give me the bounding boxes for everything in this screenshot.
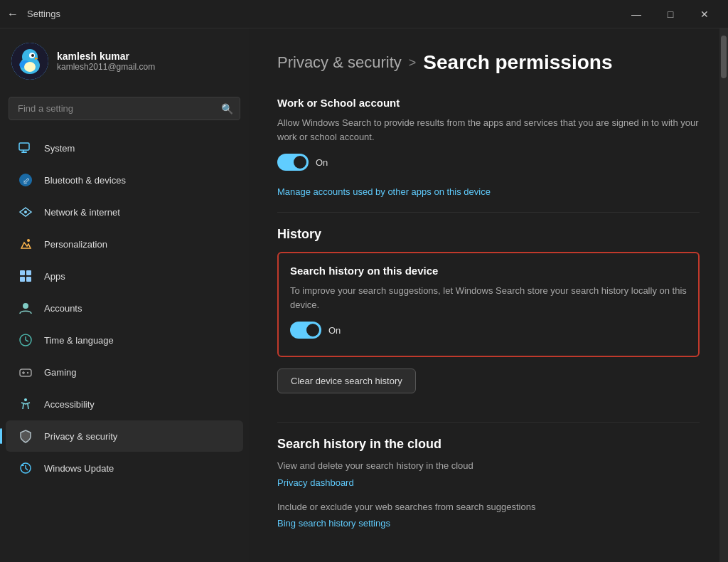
work-school-description: Allow Windows Search to provide results … <box>277 116 700 144</box>
sidebar-item-privacy[interactable]: Privacy & security <box>6 420 243 452</box>
sidebar-item-personalization[interactable]: Personalization <box>6 228 243 260</box>
sidebar: kamlesh kumar kamlesh2011@gmail.com 🔍 Sy… <box>0 28 249 562</box>
app-title: Settings <box>27 9 60 19</box>
breadcrumb-current: Search permissions <box>423 51 612 74</box>
sidebar-item-accessibility[interactable]: Accessibility <box>6 388 243 420</box>
sidebar-item-bluetooth[interactable]: ⬃ Bluetooth & devices <box>6 164 243 196</box>
sidebar-item-update[interactable]: Windows Update <box>6 452 243 484</box>
sidebar-item-system[interactable]: System <box>6 132 243 164</box>
search-history-device-title: Search history on this device <box>290 265 687 277</box>
cloud-history-title: Search history in the cloud <box>277 437 700 452</box>
search-history-toggle[interactable] <box>290 322 321 339</box>
update-icon <box>17 460 34 477</box>
svg-point-7 <box>24 62 36 72</box>
search-history-device-description: To improve your search suggestions, let … <box>290 284 687 312</box>
window-controls: — □ ✕ <box>620 3 721 26</box>
close-button[interactable]: ✕ <box>688 3 721 26</box>
time-icon <box>17 332 34 349</box>
sidebar-item-accounts[interactable]: Accounts <box>6 292 243 324</box>
sidebar-item-label-time: Time & language <box>44 335 114 346</box>
nav-list: System ⬃ Bluetooth & devices Network & i… <box>0 129 249 562</box>
privacy-icon <box>17 428 34 445</box>
profile-section: kamlesh kumar kamlesh2011@gmail.com <box>0 28 249 94</box>
accessibility-icon <box>17 396 34 413</box>
cloud-history-description: View and delete your search history in t… <box>277 459 700 473</box>
svg-rect-23 <box>20 369 31 376</box>
profile-name: kamlesh kumar <box>57 51 155 62</box>
sidebar-item-label-gaming: Gaming <box>44 367 77 378</box>
svg-point-14 <box>27 239 30 242</box>
apps-icon <box>17 267 34 285</box>
svg-text:⬃: ⬃ <box>23 176 30 186</box>
work-school-title: Work or School account <box>277 97 700 109</box>
sidebar-item-label-network: Network & internet <box>44 207 120 218</box>
sidebar-item-apps[interactable]: Apps <box>6 260 243 292</box>
search-history-toggle-row: On <box>290 322 687 339</box>
svg-rect-18 <box>26 277 31 282</box>
search-history-toggle-label: On <box>328 325 341 336</box>
scrollbar-thumb[interactable] <box>721 36 727 78</box>
minimize-button[interactable]: — <box>620 3 653 26</box>
search-input[interactable] <box>9 97 240 120</box>
svg-rect-16 <box>26 270 31 275</box>
sidebar-item-label-system: System <box>44 143 75 154</box>
svg-point-13 <box>24 211 27 213</box>
back-icon[interactable]: ← <box>7 8 18 21</box>
sidebar-item-label-accessibility: Accessibility <box>44 399 95 410</box>
sidebar-item-label-bluetooth: Bluetooth & devices <box>44 175 126 186</box>
scrollbar-track <box>719 28 728 562</box>
history-box: Search history on this device To improve… <box>277 252 700 357</box>
sidebar-item-time[interactable]: Time & language <box>6 324 243 356</box>
network-icon <box>17 203 34 221</box>
clear-device-search-history-button[interactable]: Clear device search history <box>277 369 416 393</box>
accounts-icon <box>17 299 34 317</box>
bing-search-history-link[interactable]: Bing search history settings <box>277 518 390 529</box>
divider-1 <box>277 212 700 213</box>
sidebar-item-label-personalization: Personalization <box>44 239 107 250</box>
privacy-dashboard-link[interactable]: Privacy dashboard <box>277 477 354 488</box>
sidebar-item-label-apps: Apps <box>44 271 65 282</box>
sidebar-item-label-accounts: Accounts <box>44 303 82 314</box>
personalization-icon <box>17 235 34 253</box>
profile-info: kamlesh kumar kamlesh2011@gmail.com <box>57 51 155 72</box>
history-section-title: History <box>277 227 700 242</box>
system-icon <box>17 139 34 157</box>
include-web-searches-description: Include or exclude your web searches fro… <box>277 500 700 514</box>
sidebar-item-label-update: Windows Update <box>44 463 114 474</box>
avatar <box>11 43 48 80</box>
svg-rect-8 <box>19 143 29 150</box>
title-bar-left: ← Settings <box>7 8 60 21</box>
search-icon: 🔍 <box>221 103 233 115</box>
breadcrumb-separator: > <box>409 55 417 70</box>
breadcrumb-parent: Privacy & security <box>277 53 402 72</box>
app-container: kamlesh kumar kamlesh2011@gmail.com 🔍 Sy… <box>0 28 728 562</box>
svg-rect-9 <box>21 152 27 153</box>
svg-point-19 <box>23 303 28 309</box>
sidebar-item-label-privacy: Privacy & security <box>44 431 117 442</box>
work-school-toggle-row: On <box>277 154 700 171</box>
svg-point-4 <box>31 54 34 57</box>
search-box: 🔍 <box>9 97 240 120</box>
work-school-toggle-label: On <box>316 157 328 168</box>
bluetooth-icon: ⬃ <box>17 171 34 189</box>
manage-accounts-link[interactable]: Manage accounts used by other apps on th… <box>277 186 491 197</box>
title-bar: ← Settings — □ ✕ <box>0 0 728 28</box>
sidebar-item-gaming[interactable]: Gaming <box>6 356 243 388</box>
sidebar-item-network[interactable]: Network & internet <box>6 196 243 228</box>
gaming-icon <box>17 364 34 381</box>
svg-rect-15 <box>20 270 25 275</box>
svg-point-26 <box>27 372 28 373</box>
main-content: Privacy & security > Search permissions … <box>249 28 728 562</box>
svg-line-22 <box>26 340 28 341</box>
svg-point-27 <box>24 398 27 401</box>
work-school-section: Work or School account Allow Windows Sea… <box>277 97 700 171</box>
maximize-button[interactable]: □ <box>654 3 687 26</box>
breadcrumb: Privacy & security > Search permissions <box>277 51 700 74</box>
divider-2 <box>277 422 700 423</box>
work-school-toggle[interactable] <box>277 154 309 171</box>
svg-rect-17 <box>20 277 25 282</box>
profile-email: kamlesh2011@gmail.com <box>57 62 155 72</box>
